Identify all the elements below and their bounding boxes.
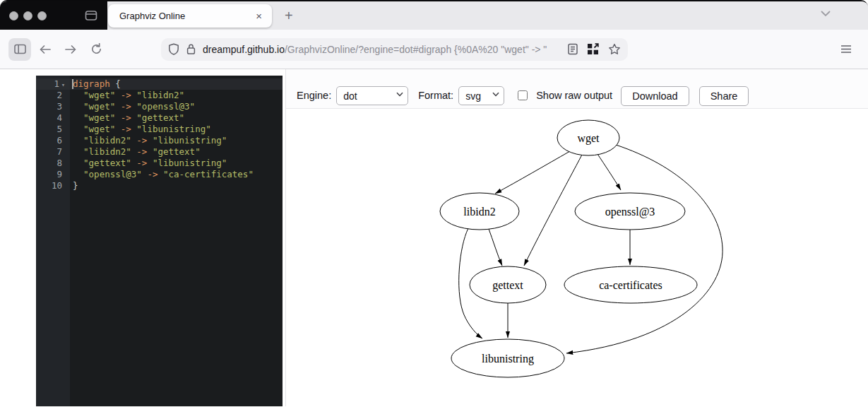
- url-domain: dreampuf.github.io: [203, 44, 285, 55]
- graph-nodes: wgetlibidn2openssl@3gettextca-certificat…: [440, 120, 697, 377]
- dot-source-editor[interactable]: 1▾digraph {2 "wget" -> "libidn2"3 "wget"…: [36, 76, 283, 406]
- code-line-9[interactable]: 9 "openssl@3" -> "ca-certificates": [36, 169, 283, 180]
- code-line-10[interactable]: 10}: [36, 180, 283, 191]
- line-number: 2: [36, 90, 70, 101]
- code-line-4[interactable]: 4 "wget" -> "gettext": [36, 112, 283, 124]
- graph-output-area: wgetlibidn2openssl@3gettextca-certificat…: [287, 110, 868, 406]
- tracking-protection-shield-icon[interactable]: [168, 43, 179, 55]
- share-button[interactable]: Share: [699, 86, 749, 106]
- code-text: "wget" -> "libidn2": [70, 90, 283, 101]
- code-text: "wget" -> "openssl@3": [70, 101, 283, 112]
- editor-lines: 1▾digraph {2 "wget" -> "libidn2"3 "wget"…: [36, 76, 283, 191]
- code-line-8[interactable]: 8 "gettext" -> "libunistring": [36, 158, 283, 169]
- show-raw-output-checkbox[interactable]: [518, 90, 528, 100]
- titlebar-left-region: [0, 1, 107, 30]
- node-libunistring: libunistring: [451, 339, 564, 377]
- forward-arrow-icon: [64, 45, 77, 54]
- reload-icon: [90, 43, 102, 55]
- line-number: 9: [36, 169, 70, 180]
- browser-window: Graphviz Online × +: [0, 0, 868, 407]
- edge-wget-to-libunistring: [566, 145, 723, 353]
- text-cursor: [72, 79, 73, 89]
- firefox-view-icon[interactable]: [85, 10, 97, 21]
- node-label: wget: [577, 132, 600, 145]
- navigation-toolbar: dreampuf.github.io/GraphvizOnline/?engin…: [0, 30, 868, 69]
- code-line-6[interactable]: 6 "libidn2" -> "libunistring": [36, 135, 283, 146]
- engine-select[interactable]: dot: [336, 86, 408, 105]
- traffic-lights: [9, 11, 47, 20]
- code-text: }: [70, 180, 283, 191]
- code-line-5[interactable]: 5 "wget" -> "libunistring": [36, 124, 283, 135]
- minimize-window-button[interactable]: [23, 11, 32, 20]
- code-text: digraph {: [70, 78, 283, 90]
- node-wget: wget: [557, 120, 619, 155]
- extension-squares-icon[interactable]: [587, 43, 599, 55]
- code-line-7[interactable]: 7 "libidn2" -> "gettext": [36, 146, 283, 158]
- line-number: 10: [36, 180, 70, 191]
- node-ca-certificates: ca-certificates: [564, 266, 697, 303]
- edge-libidn2-to-gettext: [489, 229, 502, 266]
- sidebar-icon: [14, 44, 26, 54]
- code-text: "wget" -> "gettext": [70, 112, 283, 124]
- line-number: 1▾: [36, 78, 70, 90]
- code-text: "wget" -> "libunistring": [70, 124, 283, 135]
- line-number: 3: [36, 101, 70, 112]
- node-label: ca-certificates: [599, 279, 662, 291]
- line-number: 4: [36, 112, 70, 124]
- line-number: 8: [36, 158, 70, 169]
- list-all-tabs-chevron-icon[interactable]: [821, 11, 831, 17]
- address-bar[interactable]: dreampuf.github.io/GraphvizOnline/?engin…: [161, 38, 628, 61]
- node-gettext: gettext: [470, 266, 546, 303]
- code-text: "openssl@3" -> "ca-certificates": [70, 169, 283, 180]
- code-text: "libidn2" -> "libunistring": [70, 135, 283, 146]
- tab-close-icon[interactable]: ×: [253, 9, 265, 23]
- node-libidn2: libidn2: [440, 193, 519, 230]
- format-select[interactable]: svg: [458, 86, 504, 105]
- code-line-2[interactable]: 2 "wget" -> "libidn2": [36, 90, 283, 101]
- reload-button[interactable]: [85, 38, 107, 61]
- graph-svg: wgetlibidn2openssl@3gettextca-certificat…: [287, 110, 868, 406]
- back-arrow-icon: [39, 45, 52, 54]
- close-window-button[interactable]: [9, 11, 18, 20]
- bookmark-star-icon[interactable]: [608, 43, 621, 55]
- edge-wget-to-libidn2: [495, 151, 570, 194]
- tab-graphviz-online[interactable]: Graphviz Online ×: [108, 4, 272, 28]
- hamburger-menu-icon: [840, 45, 852, 54]
- engine-label: Engine:: [297, 86, 331, 105]
- url-text: dreampuf.github.io/GraphvizOnline/?engin…: [203, 44, 562, 55]
- node-label: libidn2: [463, 206, 495, 218]
- graph-edges: [459, 145, 723, 353]
- app-menu-button[interactable]: [835, 38, 857, 61]
- format-label: Format:: [418, 86, 453, 105]
- preview-panel: Engine: dot Format: svg: [285, 69, 868, 406]
- tab-title: Graphviz Online: [119, 11, 253, 21]
- page-content: 1▾digraph {2 "wget" -> "libidn2"3 "wget"…: [0, 69, 868, 406]
- sidebar-toggle-button[interactable]: [8, 38, 31, 61]
- url-path: /GraphvizOnline/?engine=dot#digraph {%0A…: [285, 44, 547, 55]
- node-label: libunistring: [482, 353, 534, 365]
- download-button[interactable]: Download: [621, 86, 689, 106]
- zoom-window-button[interactable]: [37, 11, 47, 20]
- lock-icon[interactable]: [186, 43, 196, 55]
- node-label: gettext: [492, 279, 523, 292]
- fold-toggle-icon[interactable]: ▾: [59, 79, 67, 90]
- back-button[interactable]: [34, 38, 57, 61]
- node-label: openssl@3: [605, 206, 655, 218]
- show-raw-output-label: Show raw output: [536, 86, 612, 105]
- options-bar: Engine: dot Format: svg: [286, 69, 868, 109]
- tab-bar: Graphviz Online × +: [0, 1, 868, 30]
- code-line-3[interactable]: 3 "wget" -> "openssl@3": [36, 101, 283, 112]
- code-text: "gettext" -> "libunistring": [70, 158, 283, 169]
- line-number: 7: [36, 146, 70, 158]
- node-openssl@3: openssl@3: [575, 193, 685, 230]
- line-number: 6: [36, 135, 70, 146]
- edge-wget-to-openssl@3: [598, 154, 621, 190]
- code-text: "libidn2" -> "gettext": [70, 146, 283, 158]
- line-number: 5: [36, 124, 70, 135]
- edge-wget-to-gettext: [524, 155, 582, 266]
- new-tab-button[interactable]: +: [279, 8, 299, 23]
- code-line-1[interactable]: 1▾digraph {: [36, 78, 283, 90]
- reader-view-icon[interactable]: [568, 43, 578, 55]
- forward-button[interactable]: [59, 38, 82, 61]
